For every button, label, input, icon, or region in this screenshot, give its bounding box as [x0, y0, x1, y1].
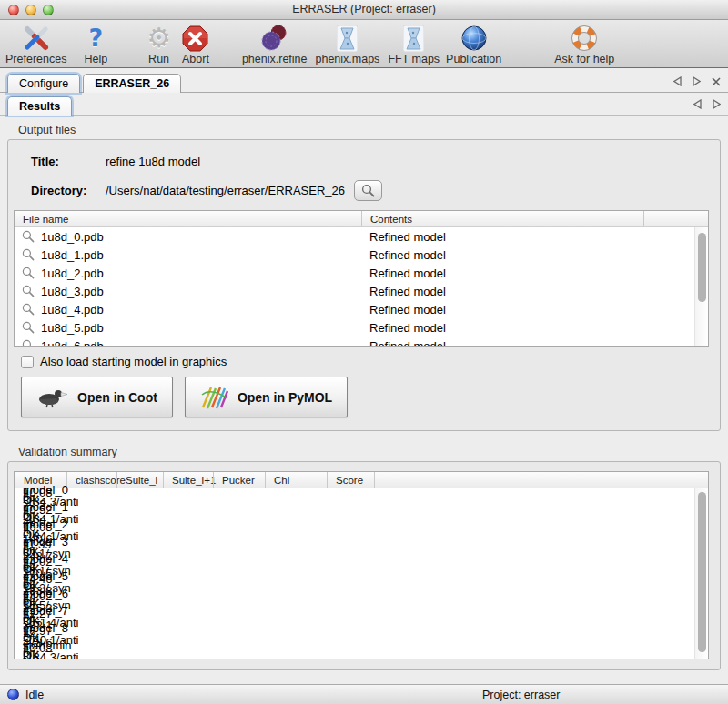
- minimize-window-button[interactable]: [25, 5, 36, 15]
- empty-column-header: [643, 211, 708, 226]
- tab-configure[interactable]: Configure: [7, 74, 80, 93]
- file-contents: Refined model: [361, 267, 643, 280]
- magnifier-icon: [22, 339, 35, 347]
- stop-icon: [182, 24, 208, 53]
- abort-button[interactable]: Abort: [182, 24, 209, 65]
- score-cell: 0.0: [15, 653, 708, 659]
- map-mesh-icon: [403, 24, 424, 53]
- scrollbar-thumb[interactable]: [698, 233, 706, 302]
- phenix-maps-button[interactable]: phenix.maps: [316, 24, 380, 65]
- file-name: 1u8d_4.pdb: [41, 303, 104, 317]
- preferences-button[interactable]: Preferences: [5, 24, 66, 65]
- status-bar: Idle Project: erraser: [0, 684, 728, 704]
- file-contents: Refined model: [361, 230, 643, 244]
- browse-directory-button[interactable]: [354, 180, 382, 201]
- open-in-pymol-button[interactable]: Open in PyMOL: [185, 377, 348, 417]
- magnifier-icon: [22, 230, 35, 243]
- file-table-row[interactable]: 1u8d_2.pdb Refined model: [15, 264, 708, 282]
- title-value: refine 1u8d model: [106, 155, 200, 168]
- status-indicator-icon: [7, 689, 19, 700]
- window-title: ERRASER (Project: erraser): [292, 3, 436, 15]
- scrollbar-thumb[interactable]: [698, 492, 706, 652]
- load-starting-model-label: Also load starting model in graphics: [40, 355, 227, 368]
- question-icon: ?: [88, 24, 103, 53]
- file-table-row[interactable]: 1u8d_1.pdb Refined model: [15, 246, 708, 264]
- publication-button[interactable]: Publication: [446, 24, 501, 65]
- tab-scroll-left-icon[interactable]: [673, 76, 682, 86]
- tab-results[interactable]: Results: [7, 96, 72, 116]
- validation-table-body: model_0 10.08 !! 6n OK -134.3/anti 22.2 …: [15, 488, 708, 659]
- ask-for-help-button[interactable]: Ask for help: [554, 24, 614, 65]
- file-table-row[interactable]: 1u8d_5.pdb Refined model: [15, 318, 708, 337]
- results-scroll-right-icon[interactable]: [713, 99, 721, 109]
- main-toolbar: Preferences ? Help ⚙ Run Abort: [0, 20, 728, 68]
- contents-column-header[interactable]: Contents: [361, 211, 643, 226]
- phenix-refine-button[interactable]: phenix.refine: [242, 24, 308, 65]
- pymol-ribbon-icon: [200, 386, 229, 409]
- magnifier-icon: [361, 184, 375, 197]
- validation-table-scrollbar[interactable]: [694, 488, 708, 659]
- magnifier-icon: [22, 248, 35, 261]
- file-table-row[interactable]: 1u8d_4.pdb Refined model: [15, 300, 708, 318]
- refine-spheres-icon: [260, 24, 289, 53]
- tab-close-icon[interactable]: [712, 77, 721, 86]
- file-table-row[interactable]: 1u8d_0.pdb Refined model: [15, 227, 708, 246]
- file-name: 1u8d_3.pdb: [41, 285, 104, 298]
- file-contents: Refined model: [361, 285, 643, 298]
- status-text: Idle: [25, 689, 44, 701]
- output-files-group: Title: refine 1u8d model Directory: /Use…: [7, 139, 721, 431]
- file-name: 1u8d_1.pdb: [41, 248, 104, 262]
- file-name: 1u8d_2.pdb: [41, 267, 104, 280]
- run-button[interactable]: ⚙ Run: [147, 24, 171, 65]
- validation-table: Model clashscore Suite_i Suite_i+1 Pucke…: [14, 471, 709, 659]
- output-files-label: Output files: [18, 124, 728, 136]
- coot-bird-icon: [36, 387, 69, 408]
- directory-label: Directory:: [31, 184, 106, 197]
- close-window-button[interactable]: [8, 5, 19, 15]
- magnifier-icon: [22, 285, 35, 297]
- file-table-header: File name Contents: [15, 211, 708, 227]
- output-files-table: File name Contents 1u8d_0.pdb Refined mo…: [14, 210, 709, 347]
- validation-summary-group: Model clashscore Suite_i Suite_i+1 Pucke…: [7, 461, 721, 670]
- file-table-row[interactable]: 1u8d_6.pdb Refined model: [15, 337, 708, 347]
- directory-value: /Users/nat/data/testing/erraser/ERRASER_…: [106, 184, 345, 197]
- map-mesh-icon: [337, 24, 358, 53]
- validation-table-row[interactable]: start_min 10.08 !! 6n OK -134.3/anti 0.0: [15, 644, 708, 659]
- open-in-coot-button[interactable]: Open in Coot: [21, 377, 173, 417]
- tab-scroll-right-icon[interactable]: [693, 76, 701, 86]
- file-table-row[interactable]: 1u8d_3.pdb Refined model: [15, 282, 708, 300]
- job-tab-bar: Configure ERRASER_26: [0, 68, 728, 93]
- results-tab-bar: Results: [0, 93, 728, 116]
- file-table-body: 1u8d_0.pdb Refined model 1u8d_1.pdb Refi…: [15, 227, 708, 347]
- gear-icon: ⚙: [147, 24, 171, 53]
- file-contents: Refined model: [361, 303, 643, 317]
- magnifier-icon: [22, 267, 35, 279]
- file-name: 1u8d_5.pdb: [41, 321, 104, 335]
- file-name: 1u8d_6.pdb: [41, 339, 104, 347]
- lifebuoy-icon: [571, 24, 598, 53]
- fft-maps-button[interactable]: FFT maps: [388, 24, 440, 65]
- window-controls: [8, 5, 54, 15]
- tab-job[interactable]: ERRASER_26: [83, 74, 181, 93]
- file-contents: Refined model: [361, 339, 643, 347]
- load-starting-model-checkbox[interactable]: [21, 356, 34, 368]
- file-name-column-header[interactable]: File name: [15, 211, 361, 226]
- file-table-scrollbar[interactable]: [694, 227, 708, 346]
- title-label: Title:: [31, 155, 106, 168]
- file-contents: Refined model: [361, 321, 643, 335]
- magnifier-icon: [22, 321, 35, 334]
- magnifier-icon: [22, 303, 35, 316]
- results-scroll-left-icon[interactable]: [693, 99, 702, 109]
- globe-icon: [460, 24, 488, 53]
- file-name: 1u8d_0.pdb: [41, 230, 104, 244]
- window-titlebar: ERRASER (Project: erraser): [0, 0, 728, 20]
- project-label: Project: erraser: [482, 689, 560, 701]
- validation-summary-label: Validation summary: [18, 446, 728, 458]
- help-button[interactable]: ? Help: [84, 24, 107, 65]
- zoom-window-button[interactable]: [43, 5, 54, 15]
- tools-icon: [22, 24, 51, 53]
- file-contents: Refined model: [361, 248, 643, 262]
